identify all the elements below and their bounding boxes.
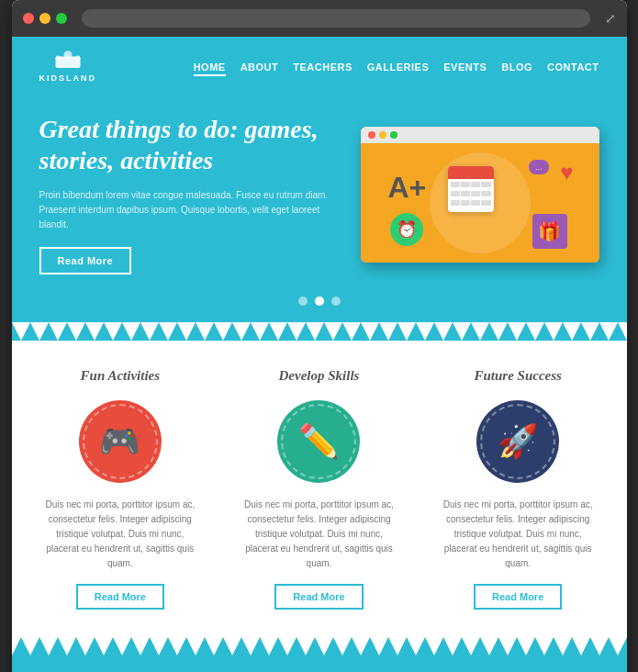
feature-desc-1: Duis nec mi porta, porttitor ipsum ac, c… — [39, 498, 202, 571]
nav-link-contact[interactable]: CONTACT — [547, 62, 599, 73]
hero-description: Proin bibendum lorem vitae congue malesu… — [39, 188, 342, 232]
address-bar[interactable] — [82, 9, 590, 28]
nav-link-events[interactable]: EVENTS — [443, 62, 487, 73]
illus-dot-red — [368, 131, 375, 139]
illus-chrome — [361, 127, 599, 143]
browser-window: ⤢ KIDSLAND HOME ABOUT TEACHERS GALLERIES… — [12, 0, 627, 672]
nav-link-blog[interactable]: BLOG — [501, 62, 532, 73]
hero-illustration: ... A+ — [361, 127, 599, 263]
slider-dots — [12, 284, 627, 322]
nav-item-galleries[interactable]: GALLERIES — [367, 58, 429, 74]
gift-icon: 🎁 — [532, 214, 567, 249]
calendar-icon — [448, 166, 494, 212]
svg-point-1 — [63, 50, 72, 59]
rocket-icon: 🚀 — [498, 422, 539, 461]
nav-item-contact[interactable]: CONTACT — [547, 58, 599, 74]
gamepad-icon: 🎮 — [99, 422, 140, 461]
feature-card-2: Develop Skills ✏️ Duis nec mi porta, por… — [229, 368, 409, 628]
logo-text: KIDSLAND — [39, 73, 97, 83]
feature-cta-3[interactable]: Read More — [474, 584, 562, 610]
hero-section: KIDSLAND HOME ABOUT TEACHERS GALLERIES E… — [12, 37, 627, 322]
feature-desc-3: Duis nec mi porta, porttitor ipsum ac, c… — [437, 498, 599, 571]
heart-icon: ♥ — [560, 160, 573, 185]
nav-link-home[interactable]: HOME — [194, 62, 226, 76]
illustration-browser: ... A+ — [361, 127, 599, 263]
minimize-dot[interactable] — [39, 13, 50, 24]
zigzag-svg-top — [12, 322, 627, 341]
footer-cta: Come and play with us — [12, 655, 627, 672]
feature-card-3: Future Success 🚀 Duis nec mi porta, port… — [428, 368, 609, 628]
nav-item-events[interactable]: EVENTS — [443, 58, 487, 74]
nav-link-about[interactable]: ABOUT — [241, 62, 279, 73]
feature-title-1: Fun Activities — [39, 368, 202, 384]
nav-item-about[interactable]: ABOUT — [241, 58, 279, 74]
svg-point-2 — [55, 56, 60, 61]
hero-cta-button[interactable]: Read More — [39, 247, 132, 274]
browser-dots — [23, 13, 67, 24]
feature-title-3: Future Success — [437, 368, 599, 384]
logo-icon-svg — [51, 50, 84, 72]
aplus-text: A+ — [388, 171, 427, 205]
clock-icon: ⏰ — [390, 213, 423, 246]
hero-content: Great things to do: games, stories, acti… — [12, 95, 627, 284]
expand-icon[interactable]: ⤢ — [605, 11, 616, 26]
logo: KIDSLAND — [39, 50, 97, 83]
hero-title: Great things to do: games, stories, acti… — [39, 114, 342, 175]
nav-item-home[interactable]: HOME — [194, 58, 226, 74]
zigzag-separator-bottom — [12, 637, 627, 655]
slider-dot-2[interactable] — [315, 297, 324, 306]
svg-point-3 — [75, 56, 80, 61]
zigzag-svg-bottom — [12, 637, 627, 655]
nav-link-galleries[interactable]: GALLERIES — [367, 62, 429, 73]
close-dot[interactable] — [23, 13, 34, 24]
browser-chrome: ⤢ — [12, 0, 627, 37]
features-section: Fun Activities 🎮 Duis nec mi porta, port… — [12, 341, 627, 637]
zigzag-separator-top — [12, 322, 627, 341]
feature-icon-wrap-3: 🚀 — [476, 400, 559, 483]
features-grid: Fun Activities 🎮 Duis nec mi porta, port… — [30, 368, 609, 628]
feature-desc-2: Duis nec mi porta, porttitor ipsum ac, c… — [238, 498, 400, 571]
slider-dot-3[interactable] — [331, 297, 341, 306]
feature-cta-2[interactable]: Read More — [274, 584, 363, 610]
nav-item-teachers[interactable]: TEACHERS — [293, 58, 353, 74]
navigation: KIDSLAND HOME ABOUT TEACHERS GALLERIES E… — [12, 37, 627, 95]
slider-dot-1[interactable] — [298, 297, 308, 306]
chat-bubble: ... — [529, 160, 549, 174]
maximize-dot[interactable] — [56, 13, 67, 24]
feature-cta-1[interactable]: Read More — [76, 584, 164, 610]
feature-icon-wrap-1: 🎮 — [79, 400, 162, 483]
illus-dot-green — [390, 131, 397, 139]
illus-body: ... A+ — [361, 143, 599, 263]
pencil-icon: ✏️ — [298, 422, 340, 461]
nav-item-blog[interactable]: BLOG — [501, 58, 532, 74]
illus-dot-yellow — [379, 131, 386, 139]
nav-link-teachers[interactable]: TEACHERS — [293, 62, 353, 73]
feature-icon-wrap-2: ✏️ — [277, 400, 360, 483]
nav-links: HOME ABOUT TEACHERS GALLERIES EVENTS BLO… — [194, 58, 599, 74]
feature-card-1: Fun Activities 🎮 Duis nec mi porta, port… — [30, 368, 211, 628]
feature-title-2: Develop Skills — [238, 368, 400, 384]
hero-text: Great things to do: games, stories, acti… — [39, 114, 342, 274]
